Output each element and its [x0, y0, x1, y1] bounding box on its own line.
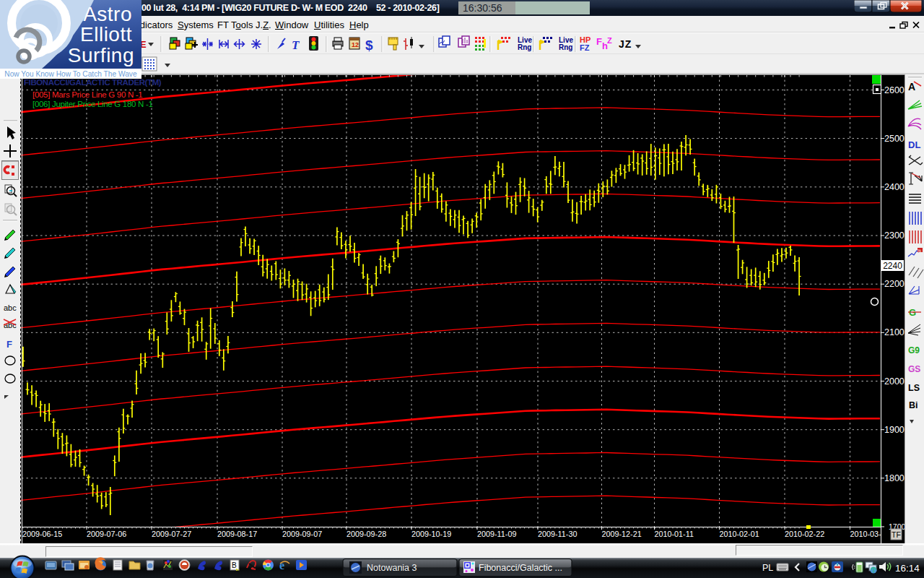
svg-text:2009-11-09: 2009-11-09: [477, 530, 516, 538]
svg-text:2240: 2240: [883, 261, 902, 271]
svg-text:2009-08-17: 2009-08-17: [217, 530, 257, 538]
svg-text:2600: 2600: [884, 85, 905, 95]
svg-text:12: 12: [352, 41, 359, 48]
svg-text:G9: G9: [908, 345, 920, 355]
svg-text:PL: PL: [762, 563, 773, 573]
svg-text:Astro: Astro: [83, 3, 132, 25]
svg-text:2010-02-01: 2010-02-01: [720, 530, 759, 538]
svg-text:Z: Z: [607, 36, 612, 45]
svg-text:F: F: [596, 36, 602, 47]
svg-text:16:14: 16:14: [895, 563, 920, 574]
svg-text:2200: 2200: [884, 279, 905, 289]
svg-text:abc: abc: [4, 303, 17, 312]
svg-text:GS: GS: [908, 364, 920, 374]
svg-text:LS: LS: [908, 383, 920, 393]
svg-text:Bi: Bi: [909, 400, 918, 410]
svg-text:FZ: FZ: [580, 43, 590, 52]
svg-text:2010-03-: 2010-03-: [850, 530, 882, 538]
svg-text:2300: 2300: [884, 230, 905, 241]
svg-text:1900: 1900: [884, 425, 905, 435]
svg-text:2009-06-15: 2009-06-15: [22, 530, 62, 538]
svg-text:[005] Mars Price Line G 90 N -: [005] Mars Price Line G 90 N -1: [32, 90, 142, 99]
svg-text:2000: 2000: [884, 376, 905, 387]
svg-text:FIBONACCI/GALACTIC TRADER(TM): FIBONACCI/GALACTIC TRADER(TM): [24, 78, 162, 87]
svg-text:F: F: [6, 339, 12, 350]
svg-text:2009-09-07: 2009-09-07: [282, 530, 322, 538]
svg-text:2009-07-27: 2009-07-27: [152, 530, 191, 538]
svg-text:2009-10-19: 2009-10-19: [411, 530, 451, 538]
svg-text:[006] Jupiter Price Line G 180: [006] Jupiter Price Line G 180 N -1: [32, 100, 153, 108]
svg-text:2009-09-28: 2009-09-28: [346, 530, 386, 538]
svg-text:T: T: [292, 38, 300, 52]
svg-text:%: %: [918, 249, 922, 253]
svg-text:A: A: [908, 81, 915, 92]
svg-text:Rng: Rng: [518, 43, 531, 51]
svg-text:JZ: JZ: [619, 38, 632, 50]
svg-text:2010-02-22: 2010-02-22: [785, 530, 824, 538]
svg-text:1800: 1800: [884, 473, 905, 483]
svg-text:Now You Know How To Catch The: Now You Know How To Catch The Wave: [4, 70, 137, 78]
svg-text:Elliott: Elliott: [80, 23, 132, 46]
svg-text:$: $: [365, 38, 373, 53]
svg-text:Fibonacci/Galactic ...: Fibonacci/Galactic ...: [479, 563, 562, 573]
svg-text:B: B: [232, 561, 237, 569]
svg-text:2400: 2400: [884, 182, 905, 192]
svg-text:2100: 2100: [884, 327, 905, 337]
svg-text:2009-12-21: 2009-12-21: [602, 530, 642, 538]
svg-text:TF: TF: [892, 530, 901, 539]
svg-text:2010-01-11: 2010-01-11: [655, 530, 694, 538]
svg-text:2500: 2500: [884, 134, 905, 144]
svg-text:DL: DL: [908, 139, 920, 150]
svg-text:2009-07-06: 2009-07-06: [87, 530, 126, 538]
svg-text:Notowania 3: Notowania 3: [367, 563, 417, 573]
svg-text:2009-11-30: 2009-11-30: [538, 530, 577, 538]
svg-text:Surfing: Surfing: [68, 44, 134, 66]
svg-text:Rng: Rng: [559, 43, 572, 51]
